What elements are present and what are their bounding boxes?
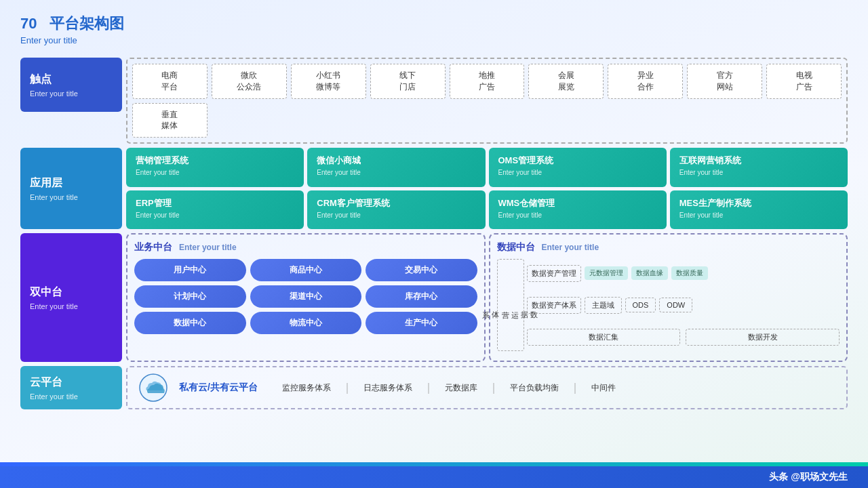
list-item: 小红书微博等 xyxy=(291,64,366,99)
biz-btn-production: 生产中心 xyxy=(366,312,477,334)
app-item: MES生产制作系统 Enter your title xyxy=(670,190,848,230)
biz-btn-channel: 渠道中心 xyxy=(250,285,362,308)
app-item: 互联网营销系统 Enter your title xyxy=(670,148,848,187)
app-title: ERP管理 xyxy=(136,197,294,209)
app-sub: Enter your title xyxy=(679,169,838,176)
shuangzhongtai-content: 业务中台 Enter your title 用户中心 商品中心 交易中心 计划中… xyxy=(126,233,848,362)
app-item: OMS管理系统 Enter your title xyxy=(489,148,667,187)
page-main-title: 70 平台架构图 xyxy=(20,14,848,34)
biz-btn-product: 商品中心 xyxy=(250,259,362,281)
data-right: 数据资产管理 元数据管理 数据血缘 数据质量 数据资产体系 主题域 ODS OD… xyxy=(527,259,840,351)
app-title: CRM客户管理系统 xyxy=(317,197,475,209)
data-row-2: 数据资产体系 主题域 ODS ODW xyxy=(527,291,840,319)
main-grid: 触点 Enter your title 电商平台 微欣公众浩 小红书微博等 线下… xyxy=(20,58,848,409)
data-row-1: 数据资产管理 元数据管理 数据血缘 数据质量 xyxy=(527,259,840,287)
app-item: 微信小商城 Enter your title xyxy=(307,148,485,187)
app-title: OMS管理系统 xyxy=(498,155,657,167)
list-item: 会展展览 xyxy=(528,64,604,99)
list-item: 微欣公众浩 xyxy=(212,64,287,99)
cloud-item-4: 平台负载均衡 xyxy=(510,382,559,394)
data-tag-theme: 主题域 xyxy=(585,297,622,314)
data-develop: 数据开发 xyxy=(686,329,840,346)
business-middle: 业务中台 Enter your title 用户中心 商品中心 交易中心 计划中… xyxy=(126,233,486,362)
app-item: ERP管理 Enter your title xyxy=(126,190,304,230)
list-item: 线下门店 xyxy=(370,64,446,99)
biz-buttons: 用户中心 商品中心 交易中心 计划中心 渠道中心 库存中心 数据中心 物流中心 … xyxy=(134,259,477,334)
page-subtitle: Enter your title xyxy=(20,35,848,45)
app-item: 营销管理系统 Enter your title xyxy=(126,148,304,187)
app-sub: Enter your title xyxy=(679,211,838,219)
data-tag-meta: 元数据管理 xyxy=(585,266,628,280)
cloud-name: 私有云/共有云平台 xyxy=(179,382,258,394)
yunpingtai-sub: Enter your title xyxy=(30,392,78,401)
data-asset-mgmt: 数据资产管理 xyxy=(527,265,581,282)
cloud-item-1: 监控服务体系 xyxy=(282,382,331,394)
cloud-sep-1: ｜ xyxy=(342,381,353,395)
data-tag-quality: 数据质量 xyxy=(671,266,708,280)
data-tag-ods: ODS xyxy=(625,298,656,312)
app-title: 微信小商城 xyxy=(317,155,475,167)
app-title: 营销管理系统 xyxy=(136,155,294,167)
biz-btn-data: 数据中心 xyxy=(134,312,246,334)
yingyong-content: 营销管理系统 Enter your title 微信小商城 Enter your… xyxy=(126,148,848,229)
yingyong-sub: Enter your title xyxy=(30,193,78,201)
cloud-item-5: 中间件 xyxy=(591,382,616,394)
bottom-bar: 头条 @职场文先生 xyxy=(0,466,868,488)
yunpingtai-content: 私有云/共有云平台 监控服务体系 ｜ 日志服务体系 ｜ 元数据库 ｜ 平台负载均… xyxy=(126,366,848,409)
page-wrapper: 70 平台架构图 Enter your title 触点 Enter your … xyxy=(0,0,868,488)
label-yingyong: 应用层 Enter your title xyxy=(20,148,122,229)
label-shuangzhongtai: 双中台 Enter your title xyxy=(20,233,122,362)
cloud-sep-2: ｜ xyxy=(423,381,434,395)
cloud-sep-3: ｜ xyxy=(488,381,499,395)
list-item: 垂直媒体 xyxy=(132,103,208,138)
biz-btn-logistics: 物流中心 xyxy=(250,312,362,334)
business-middle-title: 业务中台 Enter your title xyxy=(134,241,477,253)
app-sub: Enter your title xyxy=(317,211,475,219)
app-sub: Enter your title xyxy=(498,211,657,219)
app-title: 互联网营销系统 xyxy=(679,155,838,167)
shuangzhongtai-sub: Enter your title xyxy=(30,302,78,310)
biz-btn-stock: 库存中心 xyxy=(366,285,477,308)
list-item: 官方网站 xyxy=(687,64,762,99)
data-middle-inner: 数据运营体系 数据资产管理 元数据管理 数据血缘 数据质量 数据资产体系 主题域… xyxy=(497,259,840,351)
cloud-item-3: 元数据库 xyxy=(445,382,477,394)
list-item: 电视广告 xyxy=(766,64,842,99)
shuangzhongtai-label: 双中台 xyxy=(30,285,62,300)
data-middle-title: 数据中台 Enter your title xyxy=(497,241,840,253)
cloud-items: 监控服务体系 ｜ 日志服务体系 ｜ 元数据库 ｜ 平台负载均衡 ｜ 中间件 xyxy=(282,381,835,395)
label-chuandian: 触点 Enter your title xyxy=(20,58,122,112)
data-tag-lineage: 数据血缘 xyxy=(631,266,668,280)
yingyong-label: 应用层 xyxy=(30,176,62,190)
app-title: WMS仓储管理 xyxy=(498,197,657,209)
data-collect: 数据汇集 xyxy=(527,329,681,346)
data-tag-odw: ODW xyxy=(659,298,692,312)
list-item: 电商平台 xyxy=(132,64,208,99)
app-sub: Enter your title xyxy=(317,169,475,176)
app-item: WMS仓储管理 Enter your title xyxy=(489,190,667,230)
list-item: 地推广告 xyxy=(450,64,525,99)
chuandian-label: 触点 xyxy=(30,73,52,87)
chuandian-content: 电商平台 微欣公众浩 小红书微博等 线下门店 地推广告 会展展览 异业合作 官方… xyxy=(126,58,848,144)
app-sub: Enter your title xyxy=(136,169,294,176)
page-title: 平台架构图 xyxy=(50,15,124,32)
chuandian-sub: Enter your title xyxy=(30,89,78,98)
cloud-sep-4: ｜ xyxy=(570,381,580,395)
cloud-logo-icon xyxy=(138,373,168,403)
data-asset-system: 数据资产体系 xyxy=(527,297,581,314)
biz-btn-trade: 交易中心 xyxy=(366,259,477,281)
data-row-3: 数据汇集 数据开发 xyxy=(527,323,840,351)
label-yunpingtai: 云平台 Enter your title xyxy=(20,366,122,409)
cloud-item-2: 日志服务体系 xyxy=(363,382,412,394)
app-sub: Enter your title xyxy=(136,211,294,219)
app-sub: Enter your title xyxy=(498,169,657,176)
watermark-text: 头条 @职场文先生 xyxy=(769,471,848,483)
app-item: CRM客户管理系统 Enter your title xyxy=(307,190,485,230)
page-header: 70 平台架构图 Enter your title xyxy=(20,14,848,45)
app-title: MES生产制作系统 xyxy=(679,197,838,209)
page-number: 70 xyxy=(20,15,37,32)
data-middle: 数据中台 Enter your title 数据运营体系 数据资产管理 元数据管… xyxy=(489,233,848,362)
biz-btn-plan: 计划中心 xyxy=(134,285,246,308)
data-vert-label: 数据运营体系 xyxy=(497,259,524,351)
biz-btn-user: 用户中心 xyxy=(134,259,246,281)
yunpingtai-label: 云平台 xyxy=(30,375,62,390)
